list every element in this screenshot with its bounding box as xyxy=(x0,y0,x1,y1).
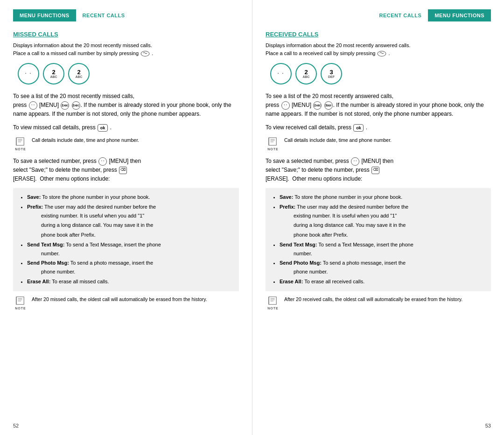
bullet-sendphoto-right: Send Photo Msg: To send a photo message,… xyxy=(280,259,484,276)
right-page: RECENT CALLS MENU FUNCTIONS RECEIVED CAL… xyxy=(252,0,504,435)
erase-key-right: ⌫ xyxy=(371,167,379,174)
received-calls-title: RECEIVED CALLS xyxy=(266,31,491,38)
right-body1: To see a list of the 20 most recently an… xyxy=(266,92,491,119)
left-recent-calls-label: RECENT CALLS xyxy=(83,13,125,18)
bullet-sendphoto-left: Send Photo Msg: To send a photo message,… xyxy=(27,259,232,276)
left-page: MENU FUNCTIONS RECENT CALLS MISSED CALLS… xyxy=(0,0,252,435)
svg-rect-12 xyxy=(269,138,277,146)
ok-key-left: ok xyxy=(98,124,108,132)
note-icon-left2: NOTE xyxy=(13,296,28,311)
left-save-para: To save a selected number, press · · [ME… xyxy=(13,157,239,184)
right-bullet-section: Save: To store the phone number in your … xyxy=(266,188,491,291)
bullet-sendtext-right: Send Text Msg: To send a Text Message, i… xyxy=(280,240,484,258)
right-note1: NOTE Call details include date, time and… xyxy=(266,137,491,152)
key-menu-circle: · · xyxy=(18,63,39,84)
phone-icon-left-intro xyxy=(140,50,150,57)
left-menu-functions-badge: MENU FUNCTIONS xyxy=(13,9,76,21)
right-note2: NOTE After 20 received calls, the oldest… xyxy=(266,296,491,311)
key-2abc-circle-1: 2 ABC xyxy=(43,63,64,84)
left-note1: NOTE Call details include date, time and… xyxy=(13,137,239,152)
bullet-save-left: Save: To store the phone number in your … xyxy=(27,193,232,202)
note-icon-right1: NOTE xyxy=(266,137,280,152)
inline-2-key-1: 2ABC xyxy=(61,101,69,110)
bullet-eraseall-right: Erase All: To erase all received calls. xyxy=(280,277,484,286)
bullet-sendtext-left: Send Text Msg: To send a Text Message, i… xyxy=(27,240,232,258)
ok-key-right: ok xyxy=(353,124,364,132)
note-book-icon-left1 xyxy=(14,137,27,147)
right-save-para: To save a selected number, press · · [ME… xyxy=(266,157,491,184)
bullet-eraseall-left: Erase All: To erase all missed calls. xyxy=(27,277,232,286)
svg-point-0 xyxy=(141,51,149,56)
right-note2-text: After 20 received calls, the oldest call… xyxy=(284,296,462,303)
inline-2-key-2: 2ABC xyxy=(72,101,80,110)
note-book-icon-left2 xyxy=(14,296,27,306)
left-header: MENU FUNCTIONS RECENT CALLS xyxy=(13,9,239,21)
note-book-icon-right1 xyxy=(267,137,279,147)
key-menu-circle-right: · · xyxy=(270,63,292,84)
inline-2-key-right: 2ABC xyxy=(313,101,322,110)
right-recent-calls-label: RECENT CALLS xyxy=(379,13,421,18)
left-intro: Displays information about the 20 most r… xyxy=(13,42,239,57)
svg-rect-17 xyxy=(269,297,277,305)
right-note1-text: Call details include date, time and phon… xyxy=(284,137,392,144)
missed-calls-title: MISSED CALLS xyxy=(13,31,239,38)
inline-menu-key3: · · xyxy=(351,157,359,166)
bullet-save-right: Save: To store the phone number in your … xyxy=(280,193,484,202)
note-icon-left1: NOTE xyxy=(13,137,28,152)
left-bullet-section: Save: To store the phone number in your … xyxy=(13,188,239,291)
inline-3-key-right: 3DEF xyxy=(324,101,333,110)
left-note1-text: Call details include date, time and phon… xyxy=(32,137,139,144)
left-note2: NOTE After 20 missed calls, the oldest c… xyxy=(13,296,239,311)
note-book-icon-right2 xyxy=(267,296,279,306)
inline-menu-key: · · xyxy=(29,101,37,110)
key-2abc-circle-2: 2 ABC xyxy=(68,63,90,84)
svg-rect-6 xyxy=(16,297,24,305)
right-menu-functions-badge: MENU FUNCTIONS xyxy=(428,9,491,21)
svg-rect-1 xyxy=(16,138,24,146)
phone-icon-right-intro xyxy=(377,50,387,57)
key-2abc-circle-right: 2 ABC xyxy=(295,63,317,84)
note-icon-right2: NOTE xyxy=(266,296,280,311)
right-page-number: 53 xyxy=(485,423,491,428)
right-header: RECENT CALLS MENU FUNCTIONS xyxy=(266,9,491,21)
left-key-diagram: · · 2 ABC 2 ABC xyxy=(18,63,239,84)
inline-menu-key-right: · · xyxy=(281,101,290,110)
left-view-details: To view missed call details, press ok . xyxy=(13,123,239,132)
right-view-details: To view received call details, press ok … xyxy=(266,123,491,132)
left-note2-text: After 20 missed calls, the oldest call w… xyxy=(32,296,207,303)
bullet-prefix-right: Prefix: The user may add the desired num… xyxy=(280,203,484,239)
right-intro: Displays information about the 20 most r… xyxy=(266,42,491,57)
bullet-prefix-left: Prefix: The user may add the desired num… xyxy=(27,203,232,239)
left-body1: To see a list of the 20 most recently mi… xyxy=(13,92,239,119)
erase-key-left: ⌫ xyxy=(119,167,127,174)
inline-menu-key2: · · xyxy=(98,157,107,166)
svg-point-11 xyxy=(378,51,386,56)
right-key-diagram: · · 2 ABC 3 DEF xyxy=(270,63,491,84)
left-page-number: 52 xyxy=(13,423,19,428)
key-3def-circle-right: 3 DEF xyxy=(321,63,342,84)
